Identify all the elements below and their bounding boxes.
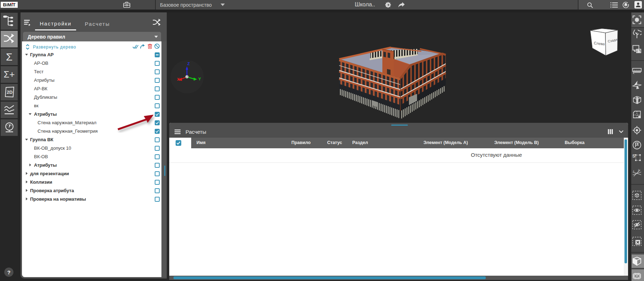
svg-text:X: X — [177, 77, 180, 81]
svg-text:2: 2 — [638, 169, 639, 171]
svg-text:S: S — [632, 153, 636, 159]
svg-text:Y: Y — [198, 77, 201, 81]
svg-text:2D: 2D — [7, 90, 13, 95]
svg-text:Z: Z — [187, 62, 190, 66]
svg-text:1: 1 — [633, 170, 634, 172]
